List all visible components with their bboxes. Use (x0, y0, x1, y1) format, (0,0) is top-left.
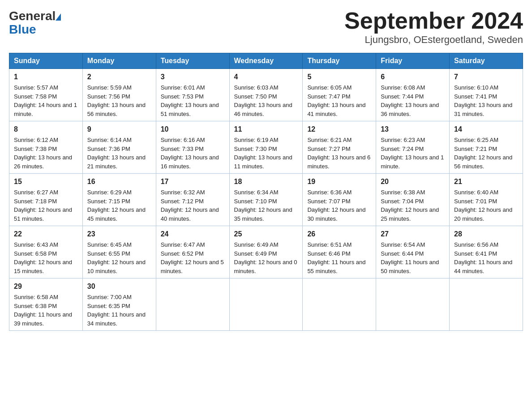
calendar-week-row: 8 Sunrise: 6:12 AM Sunset: 7:38 PM Dayli… (9, 121, 523, 174)
calendar-week-row: 22 Sunrise: 6:43 AM Sunset: 6:58 PM Dayl… (9, 226, 523, 278)
day-daylight: Daylight: 13 hours and 46 minutes. (234, 102, 292, 117)
day-number: 16 (87, 176, 151, 187)
calendar-cell (450, 278, 523, 331)
day-number: 24 (161, 229, 225, 240)
day-daylight: Daylight: 11 hours and 55 minutes. (307, 259, 365, 274)
day-daylight: Daylight: 12 hours and 15 minutes. (14, 259, 72, 274)
day-sunrise: Sunrise: 6:43 AM (14, 241, 58, 248)
calendar-header-monday: Monday (82, 53, 156, 69)
day-number: 25 (234, 229, 298, 240)
day-sunset: Sunset: 7:58 PM (14, 93, 57, 100)
day-daylight: Daylight: 13 hours and 6 minutes. (307, 154, 370, 170)
day-daylight: Daylight: 11 hours and 39 minutes. (14, 311, 72, 327)
calendar-cell: 25 Sunrise: 6:49 AM Sunset: 6:49 PM Dayl… (229, 226, 303, 278)
day-daylight: Daylight: 11 hours and 34 minutes. (87, 311, 146, 327)
day-daylight: Daylight: 13 hours and 41 minutes. (307, 102, 365, 117)
day-number: 3 (161, 72, 225, 82)
day-sunset: Sunset: 7:50 PM (234, 93, 277, 100)
day-number: 29 (14, 281, 78, 292)
day-daylight: Daylight: 12 hours and 51 minutes. (14, 206, 72, 222)
day-number: 6 (381, 72, 445, 82)
calendar-cell (303, 278, 376, 331)
calendar-cell: 22 Sunrise: 6:43 AM Sunset: 6:58 PM Dayl… (9, 226, 83, 278)
day-number: 15 (14, 176, 78, 187)
day-sunrise: Sunrise: 6:03 AM (234, 84, 279, 91)
calendar-header-saturday: Saturday (450, 53, 523, 69)
day-sunrise: Sunrise: 6:08 AM (381, 84, 425, 91)
day-number: 17 (161, 176, 225, 187)
day-daylight: Daylight: 12 hours and 40 minutes. (161, 206, 219, 222)
day-sunset: Sunset: 6:55 PM (87, 250, 130, 257)
calendar-cell: 14 Sunrise: 6:25 AM Sunset: 7:21 PM Dayl… (450, 121, 523, 174)
day-number: 23 (87, 229, 151, 240)
day-sunset: Sunset: 7:56 PM (87, 93, 130, 100)
day-sunset: Sunset: 7:07 PM (307, 198, 350, 205)
day-number: 27 (381, 229, 445, 240)
day-sunrise: Sunrise: 6:12 AM (14, 137, 58, 143)
day-sunset: Sunset: 7:24 PM (381, 146, 424, 152)
day-sunset: Sunset: 7:38 PM (14, 146, 57, 152)
day-sunset: Sunset: 6:44 PM (381, 250, 424, 257)
calendar-header-sunday: Sunday (9, 53, 83, 69)
calendar-header-tuesday: Tuesday (156, 53, 229, 69)
calendar-cell: 11 Sunrise: 6:19 AM Sunset: 7:30 PM Dayl… (229, 121, 303, 174)
day-sunset: Sunset: 6:35 PM (87, 303, 130, 309)
day-daylight: Daylight: 12 hours and 25 minutes. (381, 206, 439, 222)
day-number: 28 (454, 229, 518, 240)
day-sunrise: Sunrise: 6:05 AM (307, 84, 352, 91)
calendar-header-friday: Friday (376, 53, 450, 69)
day-daylight: Daylight: 13 hours and 16 minutes. (161, 154, 219, 170)
day-number: 7 (454, 72, 518, 82)
calendar-cell: 1 Sunrise: 5:57 AM Sunset: 7:58 PM Dayli… (9, 69, 83, 121)
day-sunrise: Sunrise: 5:59 AM (87, 84, 132, 91)
day-sunrise: Sunrise: 6:47 AM (161, 241, 205, 248)
day-sunset: Sunset: 7:41 PM (454, 93, 497, 100)
day-daylight: Daylight: 12 hours and 10 minutes. (87, 259, 146, 274)
day-sunset: Sunset: 6:38 PM (14, 303, 57, 309)
day-sunset: Sunset: 7:47 PM (307, 93, 350, 100)
day-daylight: Daylight: 13 hours and 51 minutes. (161, 102, 219, 117)
day-sunrise: Sunrise: 6:29 AM (87, 189, 132, 196)
day-number: 26 (307, 229, 371, 240)
day-number: 22 (14, 229, 78, 240)
calendar-header-row: SundayMondayTuesdayWednesdayThursdayFrid… (9, 53, 523, 69)
day-sunset: Sunset: 7:04 PM (381, 198, 424, 205)
logo-blue-text: Blue (9, 22, 36, 37)
day-daylight: Daylight: 13 hours and 11 minutes. (234, 154, 292, 170)
day-sunset: Sunset: 6:58 PM (14, 250, 57, 257)
day-sunset: Sunset: 6:52 PM (161, 250, 204, 257)
day-sunrise: Sunrise: 6:34 AM (234, 189, 279, 196)
day-daylight: Daylight: 12 hours and 30 minutes. (307, 206, 365, 222)
day-sunset: Sunset: 7:01 PM (454, 198, 497, 205)
logo-general-text: General (9, 9, 56, 23)
day-sunset: Sunset: 7:33 PM (161, 146, 204, 152)
calendar-week-row: 15 Sunrise: 6:27 AM Sunset: 7:18 PM Dayl… (9, 174, 523, 226)
day-number: 20 (381, 176, 445, 187)
day-daylight: Daylight: 12 hours and 0 minutes. (234, 259, 297, 274)
day-number: 30 (87, 281, 151, 292)
day-number: 19 (307, 176, 371, 187)
day-sunrise: Sunrise: 6:27 AM (14, 189, 58, 196)
day-sunrise: Sunrise: 6:54 AM (381, 241, 425, 248)
day-sunrise: Sunrise: 6:16 AM (161, 137, 205, 143)
calendar-cell: 8 Sunrise: 6:12 AM Sunset: 7:38 PM Dayli… (9, 121, 83, 174)
calendar-cell: 27 Sunrise: 6:54 AM Sunset: 6:44 PM Dayl… (376, 226, 450, 278)
calendar-cell: 4 Sunrise: 6:03 AM Sunset: 7:50 PM Dayli… (229, 69, 303, 121)
day-sunrise: Sunrise: 6:14 AM (87, 137, 132, 143)
day-sunrise: Sunrise: 6:01 AM (161, 84, 205, 91)
day-number: 11 (234, 124, 298, 135)
calendar-cell: 21 Sunrise: 6:40 AM Sunset: 7:01 PM Dayl… (450, 174, 523, 226)
calendar-cell: 5 Sunrise: 6:05 AM Sunset: 7:47 PM Dayli… (303, 69, 376, 121)
calendar-cell: 15 Sunrise: 6:27 AM Sunset: 7:18 PM Dayl… (9, 174, 83, 226)
calendar-cell: 20 Sunrise: 6:38 AM Sunset: 7:04 PM Dayl… (376, 174, 450, 226)
day-number: 1 (14, 72, 78, 82)
day-daylight: Daylight: 13 hours and 26 minutes. (14, 154, 72, 170)
day-sunset: Sunset: 7:36 PM (87, 146, 130, 152)
day-number: 4 (234, 72, 298, 82)
day-number: 14 (454, 124, 518, 135)
day-daylight: Daylight: 12 hours and 35 minutes. (234, 206, 292, 222)
day-sunrise: Sunrise: 6:56 AM (454, 241, 498, 248)
day-sunrise: Sunrise: 6:36 AM (307, 189, 352, 196)
logo: General Blue (9, 9, 61, 37)
day-daylight: Daylight: 14 hours and 1 minute. (14, 102, 77, 117)
